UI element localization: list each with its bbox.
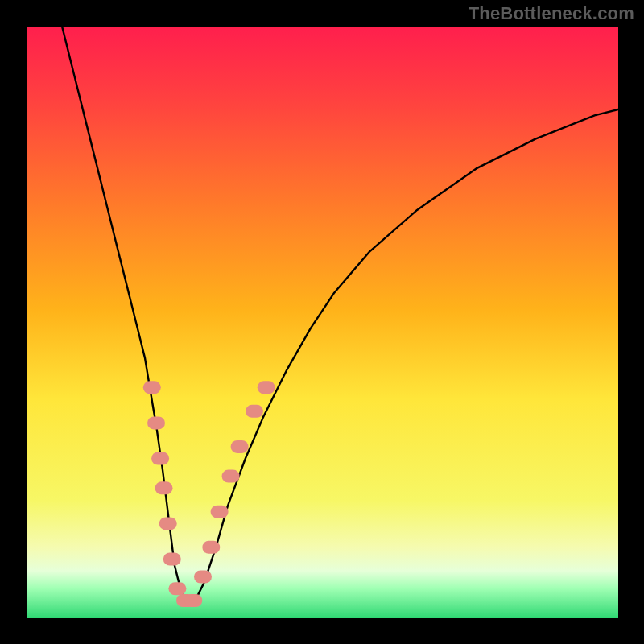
curve-marker [155,481,173,494]
chart-frame: TheBottleneck.com [0,0,644,644]
curve-marker [246,405,263,418]
curve-marker [159,517,177,530]
curve-marker [231,440,249,453]
curve-marker [184,594,202,607]
curve-marker [168,582,186,595]
curve-marker [258,381,275,394]
curve-marker [202,541,220,554]
watermark-text: TheBottleneck.com [469,3,634,24]
curve-layer [62,27,618,601]
curve-marker [194,571,212,584]
curve-marker [147,416,165,429]
curve-marker [151,452,169,465]
chart-plot-area [27,27,618,618]
curve-marker [222,470,240,483]
marker-layer [143,381,275,607]
chart-svg [27,27,618,618]
bottleneck-curve [62,27,618,601]
curve-marker [163,553,181,566]
curve-marker [211,506,229,518]
curve-marker [143,381,161,394]
